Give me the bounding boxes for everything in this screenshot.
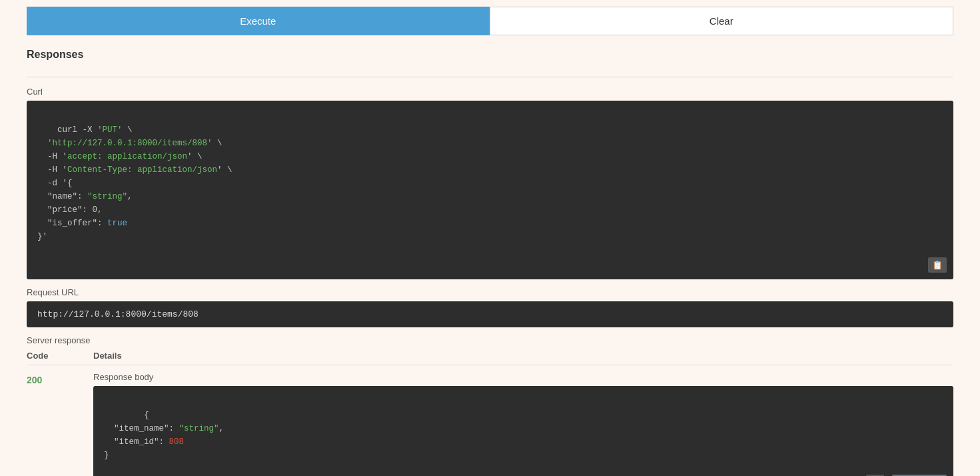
action-buttons-row: Execute Clear xyxy=(27,7,953,35)
curl-copy-icon[interactable]: 📋 xyxy=(928,257,947,273)
response-details: Response body { "item_name": "string", "… xyxy=(93,372,953,476)
clear-button[interactable]: Clear xyxy=(490,7,954,35)
request-url-label: Request URL xyxy=(27,287,953,297)
response-code-200: 200 xyxy=(27,372,93,385)
request-url-value: http://127.0.0.1:8000/items/808 xyxy=(27,301,953,327)
curl-text: curl -X 'PUT' \ 'http://127.0.0.1:8000/i… xyxy=(37,125,233,241)
response-body-code-block: { "item_name": "string", "item_id": 808 … xyxy=(93,386,953,476)
curl-label: Curl xyxy=(27,87,953,97)
response-body-label: Response body xyxy=(93,372,953,382)
response-table-header: Code Details xyxy=(27,351,953,365)
responses-heading: Responses xyxy=(27,49,953,66)
response-body-text: { "item_name": "string", "item_id": 808 … xyxy=(104,411,224,460)
server-response-label: Server response xyxy=(27,335,953,345)
code-column-header: Code xyxy=(27,351,93,361)
divider-top xyxy=(27,77,953,77)
execute-button[interactable]: Execute xyxy=(27,7,490,35)
details-column-header: Details xyxy=(93,351,953,361)
curl-code-block: curl -X 'PUT' \ 'http://127.0.0.1:8000/i… xyxy=(27,101,953,279)
response-row-200: 200 Response body { "item_name": "string… xyxy=(27,365,953,476)
